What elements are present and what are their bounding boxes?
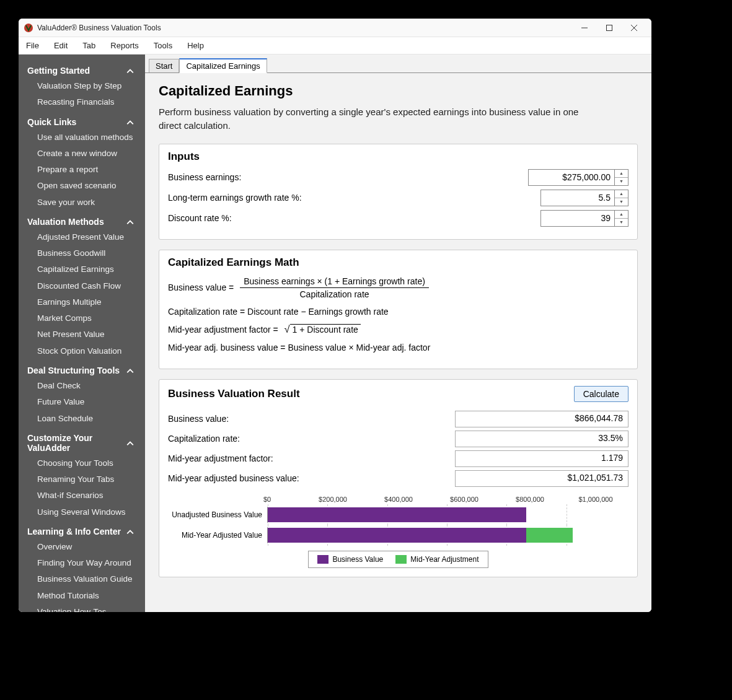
sidebar-item[interactable]: Earnings Multiple [19,294,145,310]
menu-help[interactable]: Help [187,41,204,50]
sidebar-section-header[interactable]: Customize Your ValuAdder [19,431,145,455]
calculate-button[interactable]: Calculate [574,386,628,402]
sidebar-item[interactable]: Valuation How-Tos [19,604,145,612]
result-value: 33.5% [455,431,628,447]
math-formula-cap-rate: Capitalization rate = Discount rate − Ea… [168,307,628,317]
chart-bar-area [267,527,628,543]
sidebar-section-header[interactable]: Learning & Info Center [19,524,145,539]
spinner-up-icon[interactable]: ▲ [615,190,628,198]
page-description: Perform business valuation by converting… [159,105,580,133]
spinner-down-icon[interactable]: ▼ [615,219,628,226]
spinner-buttons[interactable]: ▲▼ [615,190,628,206]
menu-tools[interactable]: Tools [154,41,172,50]
sidebar-item[interactable]: Net Present Value [19,326,145,343]
spinner-up-icon[interactable]: ▲ [615,211,628,219]
math-formula-midyear-value: Mid-year adj. business value = Business … [168,343,628,352]
chart-axis-tick: $200,000 [300,496,366,503]
sidebar-item[interactable]: Create a new window [19,146,145,162]
sidebar-item[interactable]: Loan Schedule [19,411,145,427]
sidebar-item[interactable]: Business Goodwill [19,245,145,261]
menubar: File Edit Tab Reports Tools Help [19,37,651,55]
chart-axis-tick: $0 [234,496,300,503]
minimize-button[interactable] [572,19,597,37]
spinner-buttons[interactable]: ▲▼ [615,210,628,227]
menu-reports[interactable]: Reports [110,41,139,50]
sidebar-item[interactable]: Save your work [19,195,145,211]
input-label: Discount rate %: [168,213,232,223]
menu-edit[interactable]: Edit [54,41,68,50]
chevron-up-icon [126,528,134,535]
legend-swatch [317,555,329,564]
sidebar-item[interactable]: Use all valuation methods [19,129,145,146]
sidebar-section-header[interactable]: Quick Links [19,115,145,129]
sidebar-item[interactable]: Open saved scenario [19,178,145,194]
sidebar-item[interactable]: Future Value [19,394,145,410]
app-window: ValuAdder® Business Valuation Tools File… [19,19,651,612]
input-label: Long-term earnings growth rate %: [168,193,302,203]
sidebar-section-header[interactable]: Deal Structuring Tools [19,363,145,378]
spinner-down-icon[interactable]: ▼ [615,178,628,185]
chart-axis-tick: $800,000 [497,496,563,503]
menu-file[interactable]: File [26,41,39,50]
legend-item: Mid-Year Adjustment [395,555,478,564]
spinner-down-icon[interactable]: ▼ [615,198,628,206]
sidebar-section-title: Getting Started [27,66,90,76]
numeric-input[interactable] [528,169,615,186]
result-label: Mid-year adjusted business value: [168,473,299,483]
sidebar-item[interactable]: Adjusted Present Value [19,229,145,245]
numeric-input[interactable] [540,190,615,206]
sidebar-item[interactable]: Recasting Financials [19,94,145,110]
chart-legend: Business ValueMid-Year Adjustment [308,551,488,568]
sidebar-item[interactable]: Overview [19,539,145,555]
sidebar-item[interactable]: Renaming Your Tabs [19,471,145,488]
spinner-buttons[interactable]: ▲▼ [615,169,628,186]
sidebar-item[interactable]: Deal Check [19,378,145,394]
spinner-up-icon[interactable]: ▲ [615,170,628,178]
inputs-panel: Inputs Business earnings:▲▼Long-term ear… [159,144,638,240]
sidebar-item[interactable]: Valuation Step by Step [19,78,145,94]
chart-row-label: Mid-Year Adjusted Value [168,531,267,540]
sidebar-section-header[interactable]: Valuation Methods [19,214,145,229]
sidebar-item[interactable]: Business Valuation Guide [19,571,145,587]
sidebar-item[interactable]: Prepare a report [19,162,145,178]
sidebar-item[interactable]: Discounted Cash Flow [19,278,145,294]
maximize-button[interactable] [597,19,622,37]
sidebar-section-title: Deal Structuring Tools [27,365,120,375]
sidebar: Getting StartedValuation Step by StepRec… [19,55,145,612]
menu-tab[interactable]: Tab [82,41,95,50]
sidebar-item[interactable]: Using Several Windows [19,504,145,520]
chevron-up-icon [126,67,134,74]
math-formula-business-value: Business value = Business earnings × (1 … [168,276,628,299]
sidebar-section-title: Customize Your ValuAdder [27,433,126,453]
main-area: Start Capitalized Earnings Capitalized E… [145,55,651,612]
sidebar-item[interactable]: Capitalized Earnings [19,261,145,278]
inputs-panel-title: Inputs [168,151,628,163]
chevron-up-icon [126,218,134,225]
results-panel-title: Business Valuation Result [168,388,300,400]
sidebar-item[interactable]: Choosing Your Tools [19,455,145,471]
math-label: Mid-year adjustment factor = [168,325,278,335]
math-numerator: Business earnings × (1 + Earnings growth… [240,276,429,288]
math-denominator: Capitalization rate [296,288,373,299]
chevron-up-icon [126,439,134,447]
sidebar-item[interactable]: What-if Scenarios [19,488,145,504]
sidebar-section-title: Valuation Methods [27,217,104,227]
numeric-input[interactable] [540,210,615,227]
tab-capitalized-earnings[interactable]: Capitalized Earnings [179,58,267,73]
chevron-up-icon [126,118,134,126]
sidebar-item[interactable]: Method Tutorials [19,588,145,604]
sidebar-section-header[interactable]: Getting Started [19,63,145,78]
chart-axis-tick: $600,000 [431,496,497,503]
sidebar-item[interactable]: Stock Option Valuation [19,343,145,359]
math-label: Business value = [168,282,234,292]
chart-axis-tick: $1,000,000 [563,496,628,503]
sidebar-section-title: Quick Links [27,117,76,127]
chevron-up-icon [126,367,134,374]
chart-bar [268,507,526,522]
sidebar-item[interactable]: Finding Your Way Around [19,555,145,571]
sidebar-item[interactable]: Market Comps [19,310,145,326]
chart-axis-tick: $400,000 [366,496,431,503]
close-button[interactable] [622,19,646,37]
result-label: Business value: [168,414,229,424]
tab-start[interactable]: Start [149,59,179,72]
